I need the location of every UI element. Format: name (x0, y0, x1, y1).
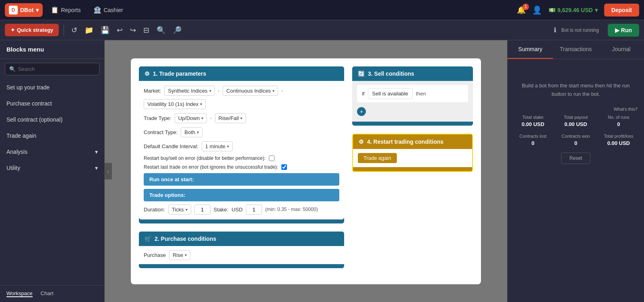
logo-icon: D (9, 6, 18, 14)
stat-contracts-lost-label: Contracts lost (514, 134, 552, 139)
purchase-value: Rise (173, 252, 183, 258)
purchase-select[interactable]: Rise ▾ (169, 250, 190, 260)
trade-type-select[interactable]: Up/Down ▾ (175, 113, 207, 123)
sidebar-section-analysis[interactable]: Analysis ▾ (0, 144, 104, 160)
restart-last-checkbox[interactable] (281, 164, 287, 170)
market-sub-select[interactable]: Continuous Indices ▾ (223, 86, 278, 96)
undo-button[interactable]: ↩ (114, 24, 125, 36)
nav-right: 🔔 1 👤 💵 9,629.46 USD ▾ Deposit (517, 4, 639, 17)
sell-plus-button[interactable]: + (357, 107, 366, 116)
market-index-select[interactable]: Volatility 10 (1s) Index ▾ (144, 99, 206, 109)
search-input[interactable] (18, 66, 95, 72)
notification-button[interactable]: 🔔 1 (517, 6, 526, 14)
logo-button[interactable]: D DBot ▾ (5, 3, 43, 17)
toolbar-right: ℹ Bot is not running ▶ Run (554, 24, 639, 37)
block2-header: 🛒 2. Purchase conditions (139, 232, 344, 246)
sidebar: Blocks menu 🔍 Set up your trade Purchase… (0, 40, 105, 302)
block2-footer (139, 264, 344, 268)
duration-stake-row: Duration: Ticks ▾ Stake: USD ( (144, 205, 339, 215)
contract-type-select[interactable]: Both ▾ (181, 127, 202, 137)
stat-total-payout-value: 0.00 USD (557, 121, 594, 127)
tab-summary[interactable]: Summary (508, 40, 553, 59)
build-message: Build a bot from the start menu then hit… (514, 82, 638, 99)
run-button[interactable]: ▶ Run (608, 24, 639, 37)
duration-number-input[interactable] (194, 205, 211, 215)
info-button[interactable]: ℹ (554, 26, 556, 34)
stat-no-of-runs-value: 0 (600, 121, 638, 127)
trade-type-label: Trade Type: (144, 115, 171, 121)
quick-strategy-button[interactable]: ✦ Quick strategy (5, 24, 59, 36)
market-label: Market: (144, 88, 161, 94)
block2-icon: 🛒 (144, 236, 151, 242)
cashier-nav-link[interactable]: 🏦 Cashier (89, 4, 128, 16)
stake-value-input[interactable] (246, 205, 262, 215)
balance-chevron-icon: ▾ (595, 7, 598, 13)
sidebar-title: Blocks menu (0, 40, 104, 59)
trade-type-row: Trade Type: Up/Down ▾ › Rise/Fall ▾ (144, 113, 339, 123)
reload-button[interactable]: ↺ (69, 24, 80, 36)
duration-select[interactable]: Ticks ▾ (168, 205, 191, 215)
right-panel-content: Build a bot from the start menu then hit… (508, 59, 644, 302)
market-value: Synthetic Indices (168, 88, 207, 94)
whats-this-link[interactable]: What's this? (514, 107, 638, 112)
stat-total-stake-label: Total stake (514, 115, 552, 120)
restart-buy-checkbox[interactable] (269, 155, 275, 161)
block1-icon: ⚙ (144, 70, 150, 77)
trade-type-sub-select[interactable]: Rise/Fall ▾ (215, 113, 246, 123)
market-select[interactable]: Synthetic Indices ▾ (164, 86, 215, 96)
reset-button[interactable]: Reset (561, 153, 590, 164)
trade-again-button[interactable]: Trade again (358, 153, 397, 163)
sidebar-item-sell-contract[interactable]: Sell contract (optional) (0, 112, 104, 128)
sell-condition: Sell is available (368, 88, 413, 99)
block4-title: 4. Restart trading conditions (367, 139, 444, 145)
trade-type-value: Up/Down (178, 115, 200, 121)
market-arrow-icon: › (218, 88, 220, 93)
block-trade-parameters: ⚙ 1. Trade parameters Market: Synthetic … (139, 66, 344, 223)
reports-icon: 📋 (51, 6, 59, 14)
balance-icon: 💵 (549, 7, 555, 13)
right-panel-tabs: Summary Transactions Journal (508, 40, 644, 59)
stat-contracts-won-value: 0 (557, 140, 594, 146)
market-sub-value: Continuous Indices (226, 88, 271, 94)
sidebar-bottom-tabs: Workspace Chart (0, 285, 104, 302)
trade-type-arrow-icon: › (210, 116, 212, 120)
block-restart-conditions: ⚙ 4. Restart trading conditions Trade ag… (352, 134, 473, 172)
main-layout: Blocks menu 🔍 Set up your trade Purchase… (0, 40, 644, 302)
quick-strategy-icon: ✦ (10, 27, 15, 33)
sidebar-item-set-up-trade[interactable]: Set up your trade (0, 79, 104, 95)
balance-button[interactable]: 💵 9,629.46 USD ▾ (549, 7, 598, 13)
zoom-in-button[interactable]: 🔍 (154, 24, 168, 36)
block1-header: ⚙ 1. Trade parameters (139, 66, 344, 81)
trade-type-chevron-icon: ▾ (201, 116, 203, 120)
sidebar-item-trade-again[interactable]: Trade again (0, 128, 104, 144)
tab-workspace[interactable]: Workspace (6, 290, 33, 297)
deposit-button[interactable]: Deposit (604, 4, 639, 17)
tab-journal[interactable]: Journal (599, 40, 644, 59)
block4-icon: ⚙ (359, 139, 364, 145)
tab-chart[interactable]: Chart (41, 290, 54, 297)
bot-status: Bot is not running (561, 27, 599, 33)
block2-body: Purchase Rise ▾ (139, 246, 344, 264)
redo-button[interactable]: ↪ (128, 24, 138, 36)
folder-button[interactable]: 📁 (82, 24, 96, 36)
zoom-out-button[interactable]: 🔎 (170, 24, 184, 36)
filter-button[interactable]: ⊟ (141, 24, 152, 36)
candle-row: Default Candle Interval: 1 minute ▾ (144, 141, 339, 151)
block3-title: 3. Sell conditions (368, 70, 414, 77)
sidebar-section-utility[interactable]: Utility ▾ (0, 160, 104, 176)
search-box: 🔍 (0, 59, 104, 79)
save-button[interactable]: 💾 (98, 24, 112, 36)
balance-value: 9,629.46 USD (557, 7, 593, 13)
candle-select[interactable]: 1 minute ▾ (202, 141, 233, 151)
market-index-chevron-icon: ▾ (200, 102, 202, 106)
reports-nav-link[interactable]: 📋 Reports (46, 4, 85, 16)
purchase-chevron-icon: ▾ (185, 253, 187, 257)
block4-footer (353, 167, 472, 171)
reports-label: Reports (61, 7, 80, 13)
modal-columns: ⚙ 1. Trade parameters Market: Synthetic … (139, 66, 473, 276)
block4-header: ⚙ 4. Restart trading conditions (353, 134, 472, 149)
tab-transactions[interactable]: Transactions (553, 40, 599, 59)
sidebar-item-purchase-contract[interactable]: Purchase contract (0, 95, 104, 112)
user-profile-button[interactable]: 👤 (532, 5, 542, 15)
block2-title: 2. Purchase conditions (155, 236, 216, 242)
